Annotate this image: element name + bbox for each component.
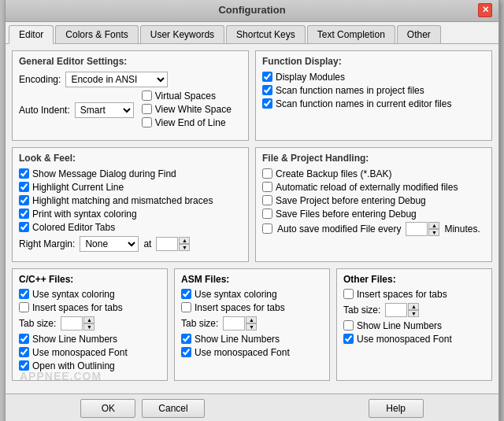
display-modules-checkbox[interactable] — [262, 72, 272, 82]
cpp-use-syntax-checkbox[interactable] — [19, 289, 29, 299]
asm-tab-spin-up[interactable]: ▲ — [246, 316, 257, 323]
asm-files-title: ASM Files: — [181, 274, 323, 285]
asm-tab-size-input[interactable]: 4 — [223, 316, 245, 331]
cpp-monospaced-checkbox[interactable] — [19, 347, 29, 357]
margin-spin-buttons: ▲ ▼ — [179, 237, 190, 251]
tab-colors-fonts[interactable]: Colors & Fonts — [55, 25, 138, 43]
highlight-braces-label: Highlight matching and mismatched braces — [32, 195, 213, 206]
highlight-line-checkbox[interactable] — [19, 182, 29, 192]
highlight-braces-checkbox[interactable] — [19, 195, 29, 205]
asm-use-syntax-label: Use syntax coloring — [195, 289, 277, 300]
file-project-title: File & Project Handling: — [262, 153, 485, 164]
main-content: General Editor Settings: Encoding: Encod… — [6, 44, 498, 393]
other-show-line-checkbox[interactable] — [343, 320, 354, 331]
print-syntax-checkbox[interactable] — [19, 209, 29, 219]
view-white-space-label: View White Space — [155, 104, 232, 115]
auto-indent-select[interactable]: Smart — [75, 102, 134, 118]
other-tab-spin-up[interactable]: ▲ — [408, 303, 419, 310]
cpp-show-line-label: Show Line Numbers — [32, 334, 117, 345]
asm-show-line-label: Show Line Numbers — [195, 334, 280, 345]
margin-spin-up[interactable]: ▲ — [179, 237, 190, 244]
general-editor-section: General Editor Settings: Encoding: Encod… — [12, 50, 249, 141]
auto-save-label: Auto save modified File every — [277, 223, 401, 235]
other-tab-size-input[interactable]: 4 — [385, 303, 407, 317]
virtual-spaces-checkbox[interactable] — [142, 90, 152, 101]
auto-save-value-input[interactable]: 5 — [406, 222, 428, 236]
cpp-show-line-checkbox[interactable] — [19, 334, 29, 344]
colored-tabs-label: Colored Editor Tabs — [32, 222, 115, 233]
tab-text-completion[interactable]: Text Completion — [307, 25, 395, 43]
ok-button[interactable]: OK — [80, 399, 135, 418]
close-button[interactable]: ✕ — [478, 3, 492, 17]
margin-value-input[interactable]: 80 — [156, 237, 178, 251]
auto-save-row: Auto save modified File every 5 ▲ ▼ Minu… — [262, 222, 485, 236]
show-message-label: Show Message Dialog during Find — [32, 168, 176, 179]
tab-other[interactable]: Other — [397, 25, 441, 43]
tab-shortcut-keys[interactable]: Shortcut Keys — [226, 25, 306, 43]
cpp-tab-spin-down[interactable]: ▼ — [83, 323, 94, 331]
auto-reload-row: Automatic reload of externally modified … — [262, 182, 485, 193]
virtual-spaces-label: Virtual Spaces — [155, 90, 216, 102]
view-white-space-checkbox[interactable] — [142, 104, 152, 114]
other-monospaced-checkbox[interactable] — [343, 334, 354, 344]
cpp-show-line-row: Show Line Numbers — [19, 334, 161, 345]
cpp-use-syntax-row: Use syntax coloring — [19, 289, 161, 300]
title-bar: Configuration ✕ — [6, 0, 498, 22]
tab-user-keywords[interactable]: User Keywords — [140, 25, 224, 43]
cpp-tab-size-spinbox: 2 ▲ ▼ — [61, 316, 94, 331]
cpp-tab-size-row: Tab size: 2 ▲ ▼ — [19, 316, 161, 331]
asm-monospaced-checkbox[interactable] — [181, 347, 191, 357]
other-tab-spin-down[interactable]: ▼ — [408, 310, 419, 317]
encoding-select[interactable]: Encode in ANSI — [65, 72, 168, 87]
save-files-checkbox[interactable] — [262, 209, 272, 219]
colored-tabs-checkbox[interactable] — [19, 222, 29, 232]
general-editor-title: General Editor Settings: — [19, 56, 242, 67]
window-title: Configuration — [26, 4, 478, 16]
auto-reload-checkbox[interactable] — [262, 182, 272, 192]
cpp-tab-size-label: Tab size: — [19, 318, 56, 329]
virtual-spaces-row: Virtual Spaces — [142, 90, 232, 102]
right-margin-select[interactable]: None — [80, 236, 139, 252]
other-insert-spaces-checkbox[interactable] — [343, 289, 354, 299]
cpp-tab-spin-up[interactable]: ▲ — [83, 316, 94, 323]
view-end-of-line-checkbox[interactable] — [142, 117, 152, 127]
auto-save-checkbox[interactable] — [262, 223, 272, 234]
asm-tab-spin-down[interactable]: ▼ — [246, 323, 257, 331]
bottom-bar: OK Cancel Help — [6, 393, 498, 422]
tab-editor[interactable]: Editor — [9, 25, 54, 44]
other-monospaced-row: Use monospaced Font — [343, 334, 485, 345]
asm-use-syntax-checkbox[interactable] — [181, 289, 191, 299]
other-tab-size-label: Tab size: — [343, 305, 380, 316]
asm-insert-spaces-checkbox[interactable] — [181, 302, 191, 312]
cpp-tab-spin-buttons: ▲ ▼ — [83, 316, 94, 331]
other-files-section: Other Files: Insert spaces for tabs Tab … — [336, 268, 492, 381]
cancel-button[interactable]: Cancel — [142, 399, 204, 418]
asm-files-section: ASM Files: Use syntax coloring Insert sp… — [174, 268, 330, 381]
help-button[interactable]: Help — [369, 399, 424, 418]
margin-spinbox: 80 ▲ ▼ — [156, 237, 190, 251]
scan-current-checkbox[interactable] — [262, 98, 272, 109]
asm-use-syntax-row: Use syntax coloring — [181, 289, 323, 300]
asm-show-line-checkbox[interactable] — [181, 334, 191, 344]
auto-indent-label: Auto Indent: — [19, 105, 70, 116]
cpp-tab-size-input[interactable]: 2 — [61, 316, 83, 331]
other-show-line-row: Show Line Numbers — [343, 320, 485, 331]
other-insert-spaces-row: Insert spaces for tabs — [343, 289, 485, 300]
auto-save-spinbox: 5 ▲ ▼ — [406, 222, 439, 236]
other-tab-size-row: Tab size: 4 ▲ ▼ — [343, 303, 485, 317]
asm-insert-spaces-row: Insert spaces for tabs — [181, 302, 323, 313]
auto-save-spin-up[interactable]: ▲ — [428, 222, 439, 229]
minutes-label: Minutes. — [444, 223, 480, 235]
look-feel-title: Look & Feel: — [19, 153, 242, 164]
auto-save-spin-down[interactable]: ▼ — [428, 229, 439, 236]
cpp-files-title: C/C++ Files: — [19, 274, 161, 285]
margin-spin-down[interactable]: ▼ — [179, 244, 190, 251]
scan-current-label: Scan function names in current editor fi… — [276, 98, 451, 109]
backup-checkbox[interactable] — [262, 168, 272, 179]
cpp-insert-spaces-checkbox[interactable] — [19, 302, 29, 312]
show-message-checkbox[interactable] — [19, 168, 29, 179]
scan-project-checkbox[interactable] — [262, 85, 272, 95]
other-tab-spin-buttons: ▲ ▼ — [408, 303, 419, 317]
cpp-insert-spaces-row: Insert spaces for tabs — [19, 302, 161, 313]
save-project-checkbox[interactable] — [262, 195, 272, 205]
